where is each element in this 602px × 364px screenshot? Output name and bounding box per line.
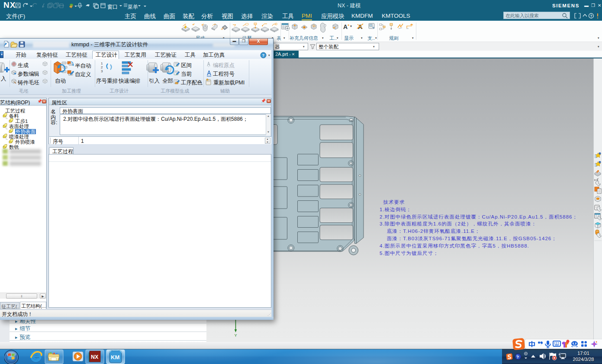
svg-text:▾: ▾ <box>350 24 352 28</box>
svg-text:Y: Y <box>235 333 237 338</box>
svg-text:NX: NX <box>91 354 99 360</box>
svg-text:?: ? <box>590 14 592 18</box>
svg-text:a: a <box>221 27 223 30</box>
svg-text:?: ? <box>517 355 519 359</box>
svg-text:A: A <box>343 23 348 30</box>
svg-text:?: ? <box>262 53 265 58</box>
svg-text:2: 2 <box>101 65 103 69</box>
svg-text:A: A <box>358 23 362 30</box>
svg-text:KM: KM <box>111 354 119 361</box>
svg-text:1: 1 <box>101 61 103 65</box>
svg-text:3: 3 <box>101 69 103 73</box>
